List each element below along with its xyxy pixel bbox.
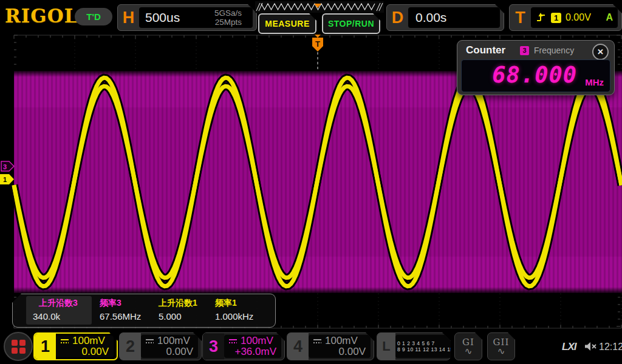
measurement-panel: 上升沿数3 340.0k 频率3 67.56MHz 上升沿数1 5.000 频率… bbox=[12, 294, 276, 328]
logic-channels-row2: 8 9 10 11 12 13 14 15 bbox=[397, 346, 454, 352]
sine-wave-icon: ∿ bbox=[497, 347, 505, 355]
svg-text:3: 3 bbox=[3, 163, 7, 170]
clock: 12:12 bbox=[599, 342, 622, 352]
delay-settings-button[interactable]: D 0.00s bbox=[386, 4, 504, 31]
counter-measure-type: Frequency bbox=[534, 46, 574, 55]
channel-3-scale: 100mV bbox=[241, 335, 273, 346]
logic-label: L bbox=[377, 333, 395, 360]
oscilloscope-screen: 3 1 T RIGOL T'D H 500us 5GSa/s 25Mpts bbox=[0, 0, 622, 364]
measure-button[interactable]: MEASURE bbox=[258, 13, 316, 34]
measurement-value: 340.0k bbox=[33, 311, 60, 322]
horizontal-settings-button[interactable]: H 500us 5GSa/s 25Mpts bbox=[117, 4, 257, 31]
close-icon[interactable]: ✕ bbox=[592, 44, 609, 60]
measurement-label[interactable]: 上升沿数1 bbox=[159, 298, 197, 309]
channel-4-offset: 0.00V bbox=[313, 346, 366, 357]
channel-3-offset: +36.0mV bbox=[228, 346, 276, 357]
menu-grid-icon bbox=[12, 340, 26, 354]
sine-wave-icon: ∿ bbox=[465, 347, 473, 355]
ch1-level-marker[interactable]: 1 bbox=[0, 174, 14, 184]
channel-2-scale: 100mV bbox=[157, 335, 190, 346]
trigger-sweep-mode: A bbox=[606, 12, 613, 23]
counter-display: 68.000 MHz bbox=[461, 59, 610, 92]
generator-1-button[interactable]: GI ∿ bbox=[454, 332, 482, 360]
measurement-value: 67.56MHz bbox=[100, 311, 141, 322]
measurement-value: 1.000kHz bbox=[215, 311, 253, 322]
channel-4-number: 4 bbox=[287, 333, 309, 360]
channel-3-button[interactable]: 3 100mV +36.0mV bbox=[202, 332, 285, 360]
logic-channels-row1: 0 1 2 3 4 5 6 7 bbox=[397, 340, 454, 346]
measurement-label[interactable]: 频率1 bbox=[215, 298, 237, 309]
channel-3-number: 3 bbox=[203, 333, 224, 360]
channel-status-bar: 1 100mV 0.00V 2 bbox=[0, 331, 622, 364]
svg-text:1: 1 bbox=[3, 176, 7, 183]
channel-1-button[interactable]: 1 100mV 0.00V bbox=[33, 332, 118, 360]
channel-1-offset: 0.00V bbox=[60, 346, 109, 357]
delay-label: D bbox=[387, 8, 408, 27]
channel-1-number: 1 bbox=[35, 334, 56, 359]
trigger-settings-button[interactable]: T 1 0.00V A bbox=[509, 4, 622, 31]
menu-button[interactable] bbox=[4, 332, 33, 361]
counter-value: 68.000 bbox=[492, 62, 577, 88]
stop-run-button[interactable]: STOP/RUN bbox=[322, 13, 380, 34]
svg-text:T: T bbox=[315, 39, 320, 49]
channel-4-button[interactable]: 4 100mV 0.00V bbox=[287, 332, 374, 360]
trigger-position-marker[interactable]: T bbox=[312, 35, 323, 52]
measurement-label[interactable]: 上升沿数3 bbox=[39, 298, 78, 309]
speaker-muted-icon bbox=[584, 341, 597, 352]
timebase-value: 500us bbox=[145, 10, 180, 25]
trigger-status-badge: T'D bbox=[75, 8, 112, 25]
dc-coupling-icon bbox=[228, 338, 238, 344]
memory-waveform-preview[interactable] bbox=[255, 1, 384, 13]
counter-title: Counter bbox=[466, 44, 505, 56]
channel-1-scale: 100mV bbox=[72, 335, 105, 346]
dc-coupling-icon bbox=[145, 338, 154, 344]
measurement-label[interactable]: 频率3 bbox=[100, 298, 121, 309]
counter-unit: MHz bbox=[585, 77, 604, 87]
measurement-value: 5.000 bbox=[159, 311, 182, 322]
counter-source-badge: 3 bbox=[520, 46, 529, 55]
horizontal-label: H bbox=[118, 8, 139, 27]
generator-2-button[interactable]: GII ∿ bbox=[487, 332, 515, 360]
ch3-level-marker[interactable]: 3 bbox=[1, 161, 14, 171]
channel-2-offset: 0.00V bbox=[145, 346, 193, 357]
trigger-label: T bbox=[510, 8, 531, 27]
counter-panel: Counter 3 Frequency ✕ 68.000 MHz bbox=[457, 40, 615, 95]
lxi-indicator: LXI bbox=[562, 341, 576, 353]
channel-2-number: 2 bbox=[120, 333, 141, 360]
rising-edge-icon bbox=[536, 12, 547, 23]
top-status-bar: RIGOL T'D H 500us 5GSa/s 25Mpts MEASURE … bbox=[0, 0, 622, 33]
preview-right-bracket bbox=[377, 3, 383, 11]
trigger-level-value: 0.00V bbox=[566, 12, 591, 23]
channel-2-button[interactable]: 2 100mV 0.00V bbox=[119, 332, 202, 360]
channel-4-scale: 100mV bbox=[325, 335, 358, 346]
trigger-source-badge: 1 bbox=[551, 13, 561, 23]
logic-analyzer-button[interactable]: L 0 1 2 3 4 5 6 7 8 9 10 11 12 13 14 15 bbox=[377, 332, 451, 360]
acquisition-info: 5GSa/s 25Mpts bbox=[214, 8, 242, 27]
dc-coupling-icon bbox=[313, 338, 322, 344]
delay-value: 0.00s bbox=[415, 10, 446, 25]
rigol-logo: RIGOL bbox=[5, 5, 78, 27]
dc-coupling-icon bbox=[60, 338, 69, 344]
